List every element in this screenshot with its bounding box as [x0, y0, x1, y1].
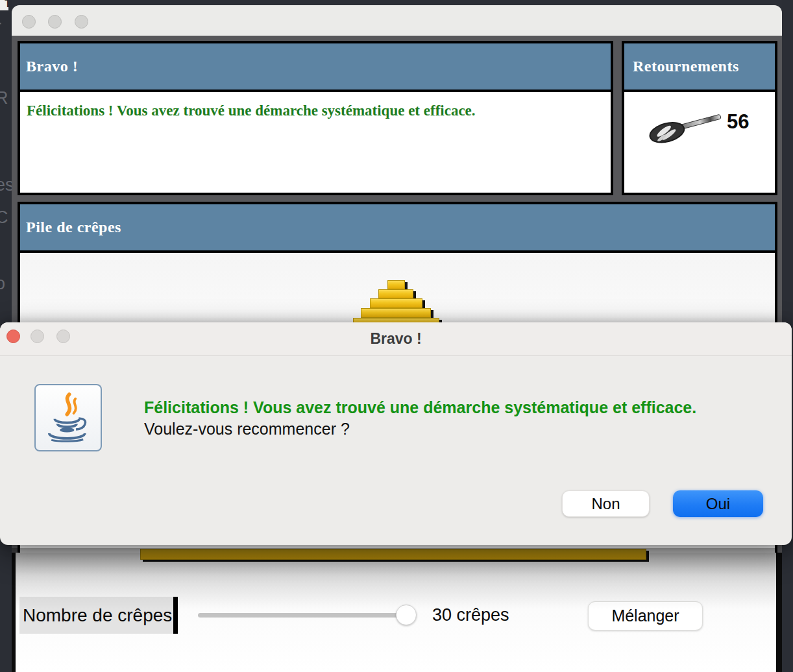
retournements-panel-header: Retournements	[624, 43, 775, 92]
spatula-icon	[648, 105, 726, 145]
dialog-message: Félicitations ! Vous avez trouvé une dém…	[144, 397, 696, 440]
background-fragment-glyph: r	[0, 17, 1, 37]
background-fragment-glyph: o	[0, 274, 5, 294]
bravo-panel-message: Félicitations ! Vous avez trouvé une dém…	[20, 92, 611, 119]
pancake-count-slider-thumb[interactable]	[396, 605, 417, 625]
pancake-layer	[370, 298, 422, 308]
pancake-layer	[387, 280, 405, 289]
minimize-button[interactable]	[48, 15, 62, 29]
dialog-message-line2: Voulez-vous recommencer ?	[144, 418, 696, 440]
dialog-zoom-button	[56, 330, 70, 343]
zoom-button[interactable]	[75, 15, 88, 29]
bravo-panel-title: Bravo !	[20, 58, 78, 75]
dialog-titlebar[interactable]: Bravo !	[0, 322, 792, 356]
pancake-count-slider-track[interactable]	[198, 613, 406, 618]
confirmation-dialog: Bravo ! Félicitations ! Vous avez trouvé…	[0, 322, 792, 545]
java-logo-icon	[34, 384, 102, 451]
retournements-panel: Retournements 56	[622, 41, 777, 195]
bravo-panel: Bravo ! Félicitations ! Vous avez trouvé…	[18, 41, 613, 195]
close-button[interactable]	[22, 15, 36, 29]
background-fragment-glyph: es	[0, 175, 12, 195]
main-window-titlebar[interactable]	[12, 5, 782, 36]
yes-button[interactable]: Oui	[673, 490, 763, 517]
pile-panel-title: Pile de crêpes	[20, 219, 121, 236]
retournements-panel-body: 56	[624, 92, 775, 195]
dialog-minimize-button	[30, 330, 44, 343]
pancake-count-value: 30 crêpes	[432, 605, 509, 625]
background-fragment-glyph: C	[0, 208, 8, 228]
no-button[interactable]: Non	[562, 490, 650, 517]
pile-panel-header: Pile de crêpes	[20, 204, 775, 253]
pancake-layer	[361, 308, 431, 318]
dialog-message-line1: Félicitations ! Vous avez trouvé une dém…	[144, 397, 696, 418]
pancake-bottom-layer	[140, 549, 646, 560]
bravo-panel-header: Bravo !	[20, 43, 611, 92]
flip-count-value: 56	[727, 110, 749, 134]
pancake-count-label: Nombre de crêpes	[19, 597, 178, 634]
shuffle-button[interactable]: Mélanger	[588, 601, 703, 630]
background-fragment-glyph: R	[0, 88, 8, 108]
background-window-fragment: T	[0, 0, 8, 10]
dialog-title: Bravo !	[0, 322, 792, 355]
background-fragment-glyph: T	[5, 0, 8, 10]
pancake-layer	[378, 289, 413, 298]
retournements-panel-title: Retournements	[624, 58, 739, 75]
dialog-close-button[interactable]	[6, 330, 20, 343]
